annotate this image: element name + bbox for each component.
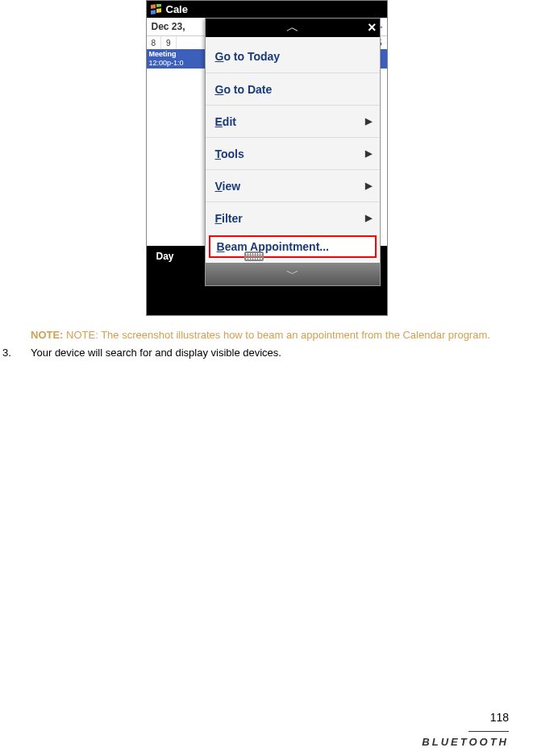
menu-item-view[interactable]: View ▶ [206, 169, 380, 201]
close-icon[interactable]: × [368, 19, 377, 36]
submenu-arrow-icon: ▶ [365, 116, 372, 127]
svg-rect-2 [151, 10, 156, 15]
menu-item-tools[interactable]: Tools ▶ [206, 137, 380, 169]
submenu-arrow-icon: ▶ [365, 181, 372, 191]
menu-item-beam-appointment[interactable]: Beam Appointment... [209, 235, 377, 258]
note-text: NOTE: NOTE: The screenshot illustrates h… [31, 328, 509, 343]
instruction-step: 3. Your device will search for and displ… [0, 347, 509, 359]
menu-item-go-to-today[interactable]: Go to Today [206, 40, 380, 73]
calendar-content: Dec 23, ▶ 8 9 5 Meeting 12:00p-1:0 ︿ × [147, 18, 387, 246]
menu-scroll-up[interactable]: ︿ × [206, 19, 380, 37]
app-title: Cale [166, 3, 188, 15]
footer-rule [468, 731, 509, 732]
menu-scroll-down[interactable]: ﹀ [206, 263, 380, 285]
submenu-arrow-icon: ▶ [365, 148, 372, 159]
submenu-arrow-icon: ▶ [365, 213, 372, 223]
menu-popup: ︿ × Go to Today Go to Date Edit ▶ T [205, 18, 381, 286]
chevron-up-icon: ︿ [286, 19, 299, 36]
menu-item-edit[interactable]: Edit ▶ [206, 105, 380, 137]
footer-section-label: Bluetooth [422, 736, 509, 748]
step-number: 3. [0, 347, 31, 359]
titlebar: Cale [147, 1, 387, 18]
softkey-day[interactable]: Day [156, 251, 174, 262]
page-number: 118 [490, 711, 509, 724]
hour-cell: 8 [147, 36, 162, 49]
chevron-down-icon: ﹀ [286, 266, 299, 283]
step-text: Your device will search for and display … [31, 347, 509, 359]
device-screenshot: Cale Dec 23, ▶ 8 9 5 Meeting 12:00p-1:0 [146, 0, 388, 316]
menu-items-container: Go to Today Go to Date Edit ▶ Tools ▶ Vi [206, 37, 380, 263]
svg-rect-0 [151, 4, 156, 9]
svg-rect-1 [156, 4, 161, 7]
svg-rect-3 [156, 8, 161, 13]
note-label: NOTE: [31, 329, 66, 341]
date-text: Dec 23, [152, 21, 185, 32]
windows-start-icon [150, 3, 163, 16]
keyboard-icon[interactable] [244, 251, 264, 261]
note-body: NOTE: The screenshot illustrates how to … [66, 329, 490, 341]
menu-item-go-to-date[interactable]: Go to Date [206, 73, 380, 105]
hour-cell: 9 [161, 36, 177, 49]
menu-item-filter[interactable]: Filter ▶ [206, 201, 380, 234]
